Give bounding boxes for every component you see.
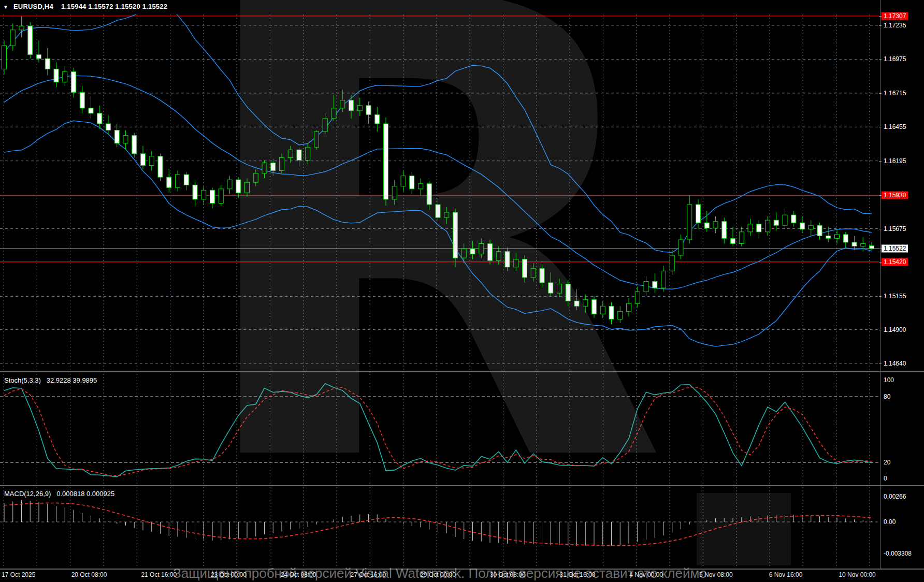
candle [384,124,388,199]
price-axis-label: 1.16195 [884,157,906,165]
time-axis-label: 10 Nov 00:00 [839,571,875,578]
price-axis-label: 1.15155 [884,293,906,300]
candle [852,242,857,246]
candle [618,311,623,319]
time-axis-label: 31 Oct 16:00 [560,571,596,578]
bollinger-middle [4,76,872,289]
candle [800,223,805,229]
candle [331,108,336,119]
chart-window: R ▼ EURUSD,H4 1.15944 1.15572 1.15520 1.… [0,0,924,582]
symbol-period-label: EURUSD,H4 [13,3,53,10]
candle [114,130,119,143]
candle [843,235,848,242]
candle [227,180,232,189]
candle [141,154,146,166]
candle [548,283,553,293]
candle [861,243,865,246]
candle [488,243,493,260]
price-axis-label: 1.15675 [884,225,906,232]
candle [176,174,180,187]
candle [670,255,674,271]
candle [592,300,597,314]
candle [418,184,423,189]
candle [505,252,510,267]
price-axis-label: 1.14900 [884,326,906,333]
candle [453,212,458,258]
candle [288,150,293,157]
watermark-block [697,493,791,565]
candle [870,246,874,249]
candle [106,124,111,130]
candle [80,93,84,108]
candle [54,69,59,82]
stoch-panel[interactable] [0,374,879,485]
time-axis-label: 30 Oct 08:00 [490,571,526,578]
candle [37,55,41,59]
candle [436,205,440,217]
price-axis-label: 1.17235 [884,22,906,30]
axis-tick [879,93,882,94]
macd-indicator-label: MACD(12,26,9) 0.000818 0.000925 [4,490,114,498]
candle [600,306,605,314]
symbol-dropdown-icon[interactable]: ▼ [3,4,8,10]
candle [696,205,701,223]
candle [245,182,250,193]
candle [809,225,813,229]
candle [71,71,76,92]
time-axis-label: 17 Oct 2025 [2,571,35,578]
main-chart[interactable] [0,14,879,371]
candle [236,180,241,193]
level-price-label: 1.15420 [882,258,908,266]
price-axis-label: 1.16455 [884,123,906,131]
panel-separator[interactable] [0,485,924,486]
candle [427,184,431,205]
candle [531,268,536,278]
candle [713,222,718,228]
stoch-axis-label: 80 [884,393,890,401]
axis-tick [879,161,882,162]
stoch-values: 32.9228 39.9895 [47,376,97,384]
macd-values: 0.000818 0.000925 [56,490,114,498]
candle [340,100,345,108]
macd-axis-label: -0.003308 [884,549,912,557]
time-axis-label: 20 Oct 08:00 [71,571,107,578]
chart-title: ▼ EURUSD,H4 1.15944 1.15572 1.15520 1.15… [3,3,167,10]
candle [826,236,831,238]
candle [45,59,50,69]
candle [10,30,15,46]
axis-tick [879,25,882,26]
time-axis-label: 29 Oct 00:00 [420,571,456,578]
candle [2,46,7,69]
panel-separator[interactable] [0,371,924,372]
candle [583,300,588,307]
candle [193,185,197,199]
panel-separator [0,569,924,570]
candle [123,136,128,143]
candle [704,223,709,228]
candle [297,150,301,160]
candle [496,252,501,261]
axis-tick [879,59,882,60]
candle [514,259,518,267]
time-axis-label: 24 Oct 08:00 [281,571,316,578]
candle [271,163,276,170]
candle [89,108,93,113]
candle [791,215,796,223]
candle [835,235,840,239]
candle [461,249,466,258]
stoch-axis-label: 100 [884,376,894,384]
candle [349,100,354,111]
axis-tick [879,229,882,229]
candle [97,113,102,124]
candle [19,26,24,30]
candle [219,189,223,203]
bid-price-label: 1.15522 [882,245,908,253]
candle [783,215,787,225]
axis-tick [879,330,882,330]
axis-tick [879,127,882,127]
candle [748,224,753,232]
candle [444,212,449,217]
candle [774,220,778,225]
macd-name: MACD(12,26,9) [4,490,51,498]
candle [314,132,319,147]
